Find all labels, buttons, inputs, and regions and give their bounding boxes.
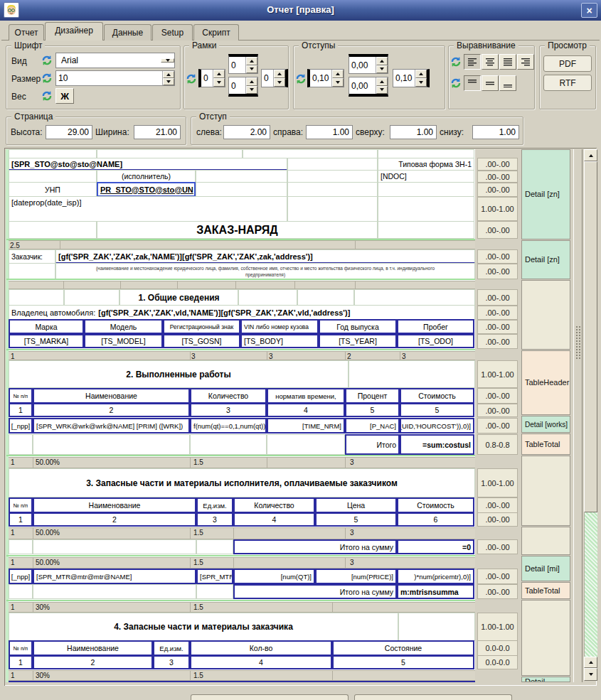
row-height-cell[interactable]: .00-.00: [477, 418, 518, 434]
mtr-field-cell[interactable]: )*num(pricemtr),0)]: [397, 569, 474, 584]
works-header-cell[interactable]: Количество: [190, 388, 267, 404]
cell-works-total-value[interactable]: =sum:costusl: [400, 434, 474, 455]
report-cell[interactable]: [378, 182, 474, 197]
works-field-cell[interactable]: [P_NAC]: [345, 418, 400, 434]
valign-sync-icon[interactable]: [450, 77, 462, 89]
mtr-field-cell[interactable]: [_npp]: [9, 569, 33, 584]
font-size-up-icon[interactable]: [163, 71, 174, 78]
zk-colnum-cell[interactable]: 5: [332, 655, 474, 669]
mtr-colnum-cell[interactable]: 4: [233, 512, 315, 527]
vehicle-field-cell[interactable]: [TS_BODY]: [240, 334, 319, 348]
cell-mtr-total2-value[interactable]: m:mtrisnsumma: [397, 584, 474, 599]
row-height-cell[interactable]: 1.00-1.00: [477, 360, 518, 388]
vehicle-header-cell[interactable]: VIN либо номер кузова: [240, 319, 319, 334]
band-unnamed[interactable]: [521, 600, 570, 676]
padding-top-stepper[interactable]: 0,00: [349, 54, 388, 74]
cell-section2-title[interactable]: 2. Выполненные работы: [9, 360, 349, 388]
report-cell[interactable]: [9, 289, 64, 306]
cell-section1-title[interactable]: 1. Общие сведения: [119, 289, 238, 306]
mtr-field-cell[interactable]: [num(QT)]: [233, 569, 315, 584]
width-ruler-row[interactable]: 1 50.00% 1.5 3: [9, 457, 475, 468]
align-right-button[interactable]: [517, 54, 534, 70]
report-cell[interactable]: [33, 434, 190, 455]
vehicle-header-cell[interactable]: Модель: [84, 319, 163, 334]
band-tabletotal[interactable]: TableTotal: [521, 434, 570, 455]
report-cell[interactable]: [9, 539, 33, 554]
mtr-header-cell[interactable]: Ед.изм.: [196, 497, 233, 513]
row-height-cell[interactable]: .00-.00: [477, 221, 518, 239]
zk-header-cell[interactable]: Состояние: [332, 640, 474, 656]
report-cell[interactable]: [64, 289, 119, 306]
tab-setup[interactable]: Setup: [152, 24, 193, 41]
report-cell[interactable]: [9, 263, 55, 279]
vehicle-field-cell[interactable]: [TS_GOSN]: [163, 334, 240, 348]
mtr-colnum-cell[interactable]: 2: [33, 512, 196, 527]
cell-mtr-total2-label[interactable]: Итого на сумму: [233, 584, 397, 599]
borders-sync-icon[interactable]: [186, 73, 197, 85]
align-center-button[interactable]: [482, 54, 499, 70]
works-header-cell[interactable]: Наименование: [33, 388, 190, 404]
tab-data[interactable]: Данные: [104, 24, 151, 41]
mtr-colnum-cell[interactable]: 3: [196, 512, 233, 527]
works-colnum-cell[interactable]: 5: [400, 403, 474, 417]
band-detail-mi[interactable]: Detail [mi]: [521, 556, 570, 581]
row-height-cell[interactable]: .00-.00: [477, 497, 518, 513]
width-ruler-row[interactable]: 1 30% 1.5: [9, 670, 475, 681]
border-bottom-stepper[interactable]: 0: [228, 77, 258, 97]
works-header-cell[interactable]: норматив времени,: [267, 388, 345, 404]
row-height-cell[interactable]: .00-.00: [477, 334, 518, 349]
works-field-cell[interactable]: (_UID,'HOURCOST')),0)]: [400, 418, 474, 434]
report-cell[interactable]: [190, 434, 267, 455]
width-ruler-row[interactable]: 1 50.00% 1.5 3: [9, 557, 475, 569]
margin-bottom-field[interactable]: 1.00: [472, 125, 519, 139]
row-height-cell[interactable]: .00-.00: [477, 289, 518, 306]
close-button[interactable]: ×: [581, 3, 597, 18]
report-cell[interactable]: [354, 289, 475, 306]
paddings-sync-icon[interactable]: [295, 73, 307, 85]
scroll-down-button[interactable]: [584, 668, 597, 681]
row-height-cell[interactable]: .00-.00: [477, 306, 518, 320]
band-unnamed[interactable]: [521, 280, 570, 350]
font-weight-sync-icon[interactable]: [41, 90, 53, 102]
works-field-cell[interactable]: [TIME_NRM]: [267, 418, 345, 434]
scroll-up-button[interactable]: [584, 149, 597, 161]
row-height-cell[interactable]: .00-.00: [477, 320, 518, 334]
vehicle-field-cell[interactable]: [TS_YEAR]: [319, 334, 397, 348]
works-field-cell[interactable]: [_npp]: [9, 418, 33, 434]
row-height-cell[interactable]: .00-.00: [477, 171, 518, 183]
row-height-cell[interactable]: 0.0-0.0: [477, 640, 518, 656]
band-detail-works[interactable]: Detail [works]: [521, 416, 570, 433]
border-left-stepper[interactable]: 0: [198, 69, 225, 87]
report-cell[interactable]: [398, 613, 475, 641]
mtr-colnum-cell[interactable]: 5: [315, 512, 397, 527]
mtr-header-cell[interactable]: Стоимость: [397, 497, 474, 513]
margin-right-field[interactable]: 1.00: [306, 125, 353, 139]
report-cell[interactable]: [238, 289, 297, 306]
report-cell[interactable]: [33, 539, 196, 554]
cell-customer-value[interactable]: [gf('SPR_ZAK','ZAK',zak,'NAME')][gf('SPR…: [55, 249, 475, 264]
width-ruler-row[interactable]: 1 3 3 2 3: [9, 351, 475, 360]
page-width-field[interactable]: 21.00: [134, 125, 181, 139]
cell-order-title[interactable]: ЗАКАЗ-НАРЯД: [97, 221, 378, 239]
works-colnum-cell[interactable]: 2: [33, 403, 190, 417]
font-kind-sync-icon[interactable]: [41, 55, 53, 66]
works-header-cell[interactable]: Процент: [345, 388, 400, 404]
scrollbar-track[interactable]: [584, 512, 597, 657]
vehicle-header-cell[interactable]: Регистрационный знак: [163, 319, 240, 334]
font-size-stepper[interactable]: 10: [55, 70, 175, 86]
band-unnamed[interactable]: [521, 456, 570, 526]
halign-sync-icon[interactable]: [450, 56, 462, 68]
border-right-stepper[interactable]: 0: [261, 69, 288, 87]
mtr-field-cell[interactable]: [SPR_MTR: [196, 569, 233, 584]
band-unnamed[interactable]: [521, 527, 570, 555]
cell-executor[interactable]: (исполнитель): [97, 170, 196, 183]
cell-sto-name[interactable]: [SPR_STO@sto@sto@NAME]: [9, 158, 287, 171]
combo-dropdown-icon[interactable]: [161, 58, 174, 63]
row-height-cell[interactable]: .00-.00: [477, 539, 518, 554]
font-size-down-icon[interactable]: [163, 78, 174, 85]
zk-colnum-cell[interactable]: 1: [9, 655, 33, 669]
works-colnum-cell[interactable]: 4: [267, 403, 345, 417]
row-height-cell[interactable]: .00-.00: [477, 158, 518, 171]
report-cell[interactable]: [33, 584, 196, 599]
report-cell[interactable]: [287, 170, 378, 183]
